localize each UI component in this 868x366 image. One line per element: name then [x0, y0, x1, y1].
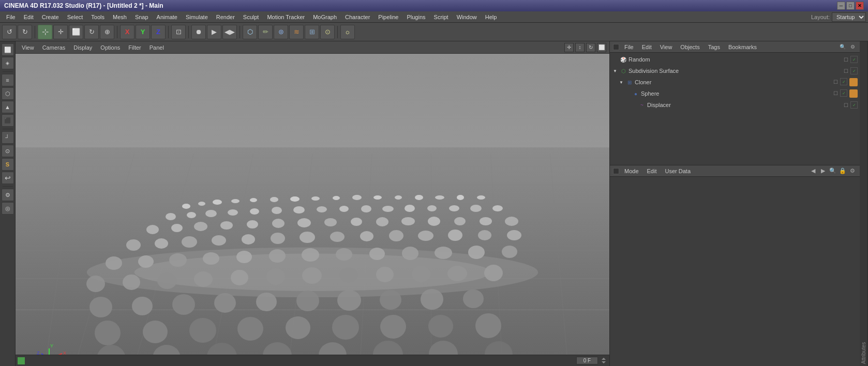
menu-render[interactable]: Render: [212, 13, 239, 21]
nurbs-button[interactable]: ✏: [258, 25, 273, 39]
obj-flag-traffic-disp[interactable]: ☐: [842, 101, 849, 109]
z-axis-button[interactable]: Z: [151, 25, 166, 39]
am-menu-userdata[interactable]: User Data: [662, 167, 694, 175]
obj-row-displacer[interactable]: ~ Displacer ☐ ✓: [610, 99, 860, 111]
maximize-button[interactable]: □: [846, 2, 855, 10]
expand-cloner[interactable]: ▼: [618, 79, 624, 85]
obj-flag-visible-sphere[interactable]: ✓: [840, 89, 847, 97]
menu-sculpt[interactable]: Sculpt: [239, 13, 263, 21]
vp-menu-filter[interactable]: Filter: [125, 43, 144, 52]
twist-button[interactable]: ↩: [2, 172, 14, 184]
play-record-button[interactable]: ⏺: [191, 25, 206, 39]
world-space-button[interactable]: ⊡: [171, 25, 186, 39]
menu-window[interactable]: Window: [453, 13, 481, 21]
om-menu-objects[interactable]: Objects: [677, 43, 702, 51]
multi-tool-button[interactable]: ⊕: [100, 25, 114, 39]
menu-mesh[interactable]: Mesh: [109, 13, 131, 21]
expand-subdivision[interactable]: ▼: [612, 68, 618, 74]
obj-flag-traffic-sub[interactable]: ☐: [842, 67, 849, 74]
play-forward-button[interactable]: ▶: [207, 25, 221, 39]
obj-flag-visible-cloner[interactable]: ✓: [840, 78, 847, 85]
menu-file[interactable]: File: [2, 13, 20, 21]
om-menu-edit[interactable]: Edit: [639, 43, 655, 51]
settings-button[interactable]: ⚙: [2, 189, 14, 201]
light-button[interactable]: ☼: [340, 25, 355, 39]
obj-flag-traffic-sphere[interactable]: ☐: [832, 89, 839, 97]
menu-help[interactable]: Help: [481, 13, 501, 21]
menu-mograph[interactable]: MoGraph: [309, 13, 341, 21]
om-menu-tags[interactable]: Tags: [705, 43, 723, 51]
vp-menu-panel[interactable]: Panel: [146, 43, 167, 52]
am-next-button[interactable]: ▶: [819, 167, 827, 175]
object-mode-button[interactable]: ⬜: [2, 43, 14, 56]
obj-row-subdivision[interactable]: ▼ ⬡ Subdivision Surface ☐ ✓: [610, 65, 860, 77]
soft-selection-button[interactable]: S: [2, 158, 14, 171]
frame-stepper[interactable]: [600, 357, 607, 364]
menu-character[interactable]: Character: [341, 13, 374, 21]
vp-menu-options[interactable]: Options: [97, 43, 123, 52]
close-button[interactable]: ✕: [856, 2, 864, 10]
menu-create[interactable]: Create: [38, 13, 63, 21]
am-lock-icon[interactable]: 🔒: [839, 167, 847, 175]
camera-button[interactable]: ⊙: [320, 25, 335, 39]
obj-row-cloner[interactable]: ▼ ⊞ Cloner ☐ ✓: [610, 77, 860, 88]
viewport-3d[interactable]: Perspective: [16, 54, 609, 366]
edge-mode-button[interactable]: ⬡: [2, 87, 14, 100]
playhead-marker[interactable]: [18, 357, 25, 364]
move-tool-button[interactable]: ✛: [53, 25, 68, 39]
vp-menu-view[interactable]: View: [19, 43, 37, 52]
menu-edit[interactable]: Edit: [20, 13, 38, 21]
material-button[interactable]: ◎: [2, 202, 14, 215]
obj-row-sphere[interactable]: ● Sphere ☐ ✓: [610, 88, 860, 99]
expand-sphere[interactable]: [624, 90, 631, 97]
menu-motion-tracker[interactable]: Motion Tracker: [263, 13, 309, 21]
point-mode-button[interactable]: ⬛: [2, 114, 14, 127]
menu-snap[interactable]: Snap: [131, 13, 153, 21]
scale-tool-button[interactable]: ⬜: [69, 25, 83, 39]
vp-menu-cameras[interactable]: Cameras: [39, 43, 69, 52]
expand-random[interactable]: [612, 56, 618, 63]
cube-button[interactable]: ⬡: [243, 25, 257, 39]
x-axis-button[interactable]: X: [120, 25, 134, 39]
menu-plugins[interactable]: Plugins: [402, 13, 429, 21]
y-axis-button[interactable]: Y: [136, 25, 150, 39]
om-settings-icon[interactable]: ⚙: [848, 43, 857, 51]
vp-rotate-ctrl[interactable]: ↻: [586, 43, 595, 52]
current-frame-input[interactable]: [576, 357, 598, 364]
obj-flag-traffic-cloner[interactable]: ☐: [832, 78, 839, 85]
deformer-button[interactable]: ≋: [289, 25, 304, 39]
minimize-button[interactable]: ─: [837, 2, 845, 10]
select-tool-button[interactable]: ⊹: [38, 25, 52, 39]
menu-tools[interactable]: Tools: [87, 13, 109, 21]
vp-zoom-ctrl[interactable]: ↕: [575, 43, 585, 52]
object-list[interactable]: 🎲 Random ☐ ✓ ▼ ⬡ Subdivision Surface: [610, 53, 860, 165]
mograph-button[interactable]: ⊛: [274, 25, 288, 39]
undo-button[interactable]: ↺: [2, 25, 17, 39]
texture-mode-button[interactable]: ◈: [2, 57, 14, 69]
am-search-icon[interactable]: 🔍: [829, 167, 837, 175]
menu-pipeline[interactable]: Pipeline: [374, 13, 402, 21]
sphere-tag[interactable]: [849, 89, 858, 98]
obj-flag-visible-sub[interactable]: ✓: [850, 67, 858, 74]
cloner-tag[interactable]: [849, 78, 858, 86]
om-menu-bookmarks[interactable]: Bookmarks: [725, 43, 760, 51]
menu-select[interactable]: Select: [63, 13, 87, 21]
om-menu-file[interactable]: File: [621, 43, 637, 51]
snap-button[interactable]: ┘: [2, 131, 14, 144]
menu-simulate[interactable]: Simulate: [182, 13, 212, 21]
rotate-tool-button[interactable]: ↻: [84, 25, 99, 39]
am-settings-icon[interactable]: ⚙: [848, 167, 857, 175]
magnet-button[interactable]: ⊙: [2, 145, 14, 157]
attributes-side-label[interactable]: Attributes: [860, 41, 868, 366]
om-menu-view[interactable]: View: [657, 43, 676, 51]
am-menu-mode[interactable]: Mode: [621, 167, 642, 175]
vp-menu-display[interactable]: Display: [70, 43, 95, 52]
redo-button[interactable]: ↻: [18, 25, 32, 39]
obj-flag-traffic[interactable]: ☐: [842, 56, 849, 63]
vp-move-ctrl[interactable]: ✛: [564, 43, 574, 52]
polygon-mode-button[interactable]: ▲: [2, 101, 14, 113]
am-prev-button[interactable]: ◀: [809, 167, 817, 175]
am-menu-edit[interactable]: Edit: [644, 167, 660, 175]
layout-dropdown[interactable]: Startup: [832, 12, 866, 22]
expand-displacer[interactable]: [631, 102, 637, 108]
